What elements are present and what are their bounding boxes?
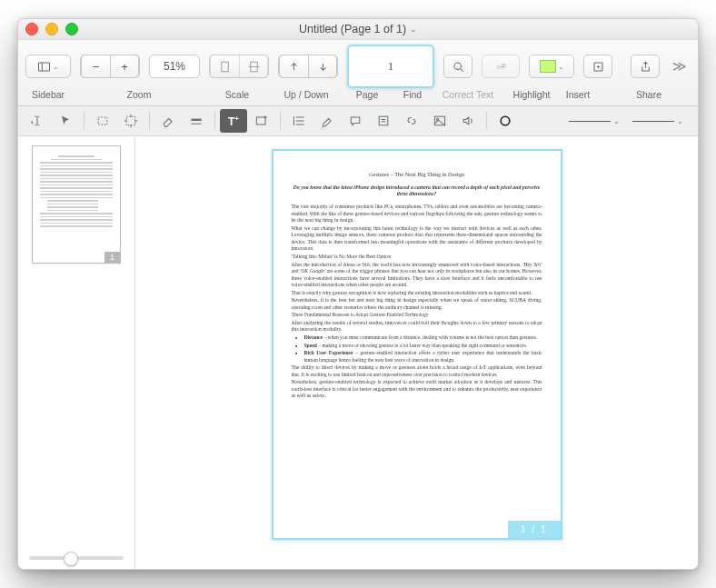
crop-icon: [124, 114, 138, 128]
text-select-tool[interactable]: [24, 109, 51, 133]
page-view[interactable]: Gestures – The Next Big Thing in Design …: [135, 136, 698, 569]
page-thumbnail[interactable]: 1: [32, 145, 121, 264]
scale-group: [209, 55, 269, 78]
close-window-button[interactable]: [25, 23, 38, 35]
redact-icon: [189, 114, 204, 128]
line-spacing-icon: [292, 114, 306, 128]
pointer-tool[interactable]: [52, 109, 79, 133]
find-button[interactable]: [443, 55, 472, 78]
line-weight-button[interactable]: ⌄: [569, 117, 620, 125]
main-toolbar: ⌄ − + 51% 1 ab: [18, 40, 698, 106]
thumbnail-page-number: 1: [104, 252, 120, 263]
scale-fit-button[interactable]: [239, 55, 268, 78]
marquee-icon: [95, 114, 110, 128]
shape-color-tool[interactable]: [492, 109, 519, 133]
link-tool[interactable]: [398, 109, 425, 133]
add-text-tool[interactable]: T+: [220, 109, 247, 133]
window-controls: [25, 23, 78, 35]
svg-rect-15: [191, 119, 201, 121]
svg-rect-14: [126, 116, 135, 125]
note-tool[interactable]: [370, 109, 397, 133]
titlebar: Untitled (Page 1 of 1) ⌄: [18, 19, 698, 40]
doc-p3: After the introduction of Alexa or Siri,…: [292, 262, 542, 289]
line-style-button[interactable]: ⌄: [632, 117, 683, 125]
svg-line-6: [460, 68, 462, 71]
share-label: Share: [629, 89, 669, 100]
image-icon: [433, 114, 447, 128]
document-page[interactable]: Gestures – The Next Big Thing in Design …: [272, 149, 562, 540]
window-title-button[interactable]: Untitled (Page 1 of 1) ⌄: [299, 23, 417, 35]
toolbar-overflow-button[interactable]: ≫: [669, 58, 691, 75]
comment-tool[interactable]: [342, 109, 369, 133]
zoom-label: Zoom: [80, 89, 198, 100]
page-badge: 1 / 1: [508, 521, 560, 539]
text-plus-icon: T+: [228, 115, 239, 128]
thumbnail-sidebar: 1: [18, 136, 135, 569]
svg-point-26: [501, 116, 510, 125]
list-item: Distance – when you must communicate fro…: [304, 334, 542, 342]
svg-rect-13: [98, 117, 107, 125]
insert-icon: [592, 60, 605, 74]
highlight-button[interactable]: ⌄: [529, 55, 574, 78]
svg-rect-21: [379, 116, 388, 125]
audio-tool[interactable]: [454, 109, 482, 133]
doc-p4: That is exactly why gesture recognition …: [292, 290, 542, 297]
crop-tool[interactable]: [117, 109, 144, 133]
highlight-swatch: [540, 60, 556, 73]
doc-lead: Do you know that the latest iPhone desig…: [292, 184, 542, 199]
thumbnail-preview: [40, 155, 113, 254]
speech-bubble-icon: [348, 114, 363, 128]
zoom-group: − +: [80, 55, 140, 78]
doc-p8: Nonetheless, gesture-enabled technology …: [292, 379, 542, 400]
correct-text-button[interactable]: ab: [482, 55, 520, 78]
list-item: Speed – making a move or showing gesture…: [304, 343, 542, 350]
highlighter-tool[interactable]: [313, 109, 341, 133]
area-select-tool[interactable]: [89, 109, 116, 133]
list-item: Rich User Experience – gesture-enabled i…: [304, 350, 542, 364]
page-number-field[interactable]: 1: [347, 45, 434, 88]
highlight-label: Highlight: [509, 89, 554, 100]
chevron-down-icon: ⌄: [558, 63, 564, 71]
doc-h2a: 'Talking Into Midair' is No More the Bes…: [292, 254, 542, 261]
window-title: Untitled (Page 1 of 1): [299, 23, 406, 35]
image-tool[interactable]: [426, 109, 453, 133]
content-area: 1 Gestures – The Next Big Thing in Desig…: [18, 136, 698, 569]
line-spacing-tool[interactable]: [285, 109, 313, 133]
zoom-in-button[interactable]: +: [110, 55, 139, 78]
find-label: Find: [398, 89, 427, 100]
arrow-down-icon: [316, 60, 330, 74]
line-style-group: ⌄ ⌄: [520, 117, 692, 125]
page-up-button[interactable]: [279, 55, 308, 78]
textbox-icon: [254, 114, 269, 128]
svg-point-5: [454, 63, 462, 70]
share-button[interactable]: [631, 55, 660, 78]
page-label: Page: [345, 89, 389, 100]
zoom-value-button[interactable]: 51%: [149, 55, 200, 78]
search-icon: [452, 60, 465, 74]
minimize-window-button[interactable]: [45, 23, 58, 35]
scale-actual-button[interactable]: [210, 55, 239, 78]
zoom-window-button[interactable]: [65, 23, 78, 35]
scale-width-icon: [247, 60, 261, 74]
doc-p7: The ability to direct devices by making …: [292, 364, 542, 378]
svg-rect-17: [256, 117, 265, 125]
zoom-out-button[interactable]: −: [81, 55, 110, 78]
doc-p6: After analyzing the results of several s…: [292, 320, 542, 334]
thumbnail-size-slider[interactable]: [29, 556, 124, 560]
correct-text-icon: ab: [494, 60, 508, 74]
slider-knob[interactable]: [64, 552, 78, 566]
eraser-tool[interactable]: [154, 109, 182, 133]
updown-group: [278, 55, 338, 78]
page-down-button[interactable]: [308, 55, 337, 78]
svg-rect-0: [39, 63, 50, 71]
redact-tool[interactable]: [183, 109, 210, 133]
link-icon: [404, 114, 419, 128]
sidebar-button[interactable]: ⌄: [25, 55, 71, 78]
speaker-icon: [461, 114, 475, 128]
add-textbox-tool[interactable]: [248, 109, 275, 133]
updown-label: Up / Down: [276, 89, 336, 100]
insert-label: Insert: [563, 89, 592, 100]
insert-button[interactable]: [583, 55, 612, 78]
highlighter-icon: [320, 114, 334, 128]
chevron-down-icon: ⌄: [53, 63, 59, 71]
